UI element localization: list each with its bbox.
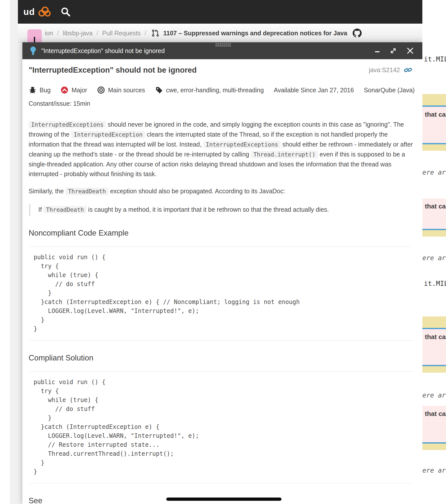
rule-meta-row: Bug Major <box>29 86 413 94</box>
rule-key: java:S2142 <box>369 66 400 74</box>
rule-tags-badge: cwe, error-handling, multi-threading <box>155 86 264 94</box>
compliant-heading: Compliant Solution <box>29 353 413 362</box>
lightbulb-icon <box>29 46 37 55</box>
noncompliant-heading: Noncompliant Code Example <box>29 229 413 238</box>
issue-tooltip-text: that ca <box>422 107 446 143</box>
home-indicator[interactable] <box>166 498 281 501</box>
breadcrumb-org[interactable]: ion <box>45 30 53 37</box>
target-icon <box>97 86 105 94</box>
breadcrumb-separator: / <box>97 30 98 37</box>
screen: ud ion / libsbp-java / Pull Requests / <box>0 0 446 504</box>
background-code-fragment: it.MILL <box>424 280 446 287</box>
compliant-code-block: public void run () { try { while (true) … <box>29 371 413 483</box>
background-comment-fragment: ere are <box>422 254 446 262</box>
issue-tooltip-fragment: that ca <box>422 316 446 373</box>
rule-severity-label: Major <box>71 87 87 94</box>
noncompliant-code-block: public void run () { try { while (true) … <box>29 247 413 341</box>
breadcrumb: ion / libsbp-java / Pull Requests / 1107… <box>18 24 422 43</box>
github-icon[interactable] <box>353 29 362 38</box>
rule-type-label: Bug <box>40 87 51 94</box>
background-comment-fragment: ere are <box>422 392 446 399</box>
app-top-bar: ud <box>18 0 422 24</box>
rule-scope-label: Main sources <box>108 87 145 94</box>
permalink-icon[interactable] <box>404 66 412 74</box>
page-left-gutter <box>10 0 22 504</box>
rule-description-modal: "InterruptedException" should not be ign… <box>22 42 422 504</box>
project-avatar[interactable] <box>27 29 42 43</box>
description-paragraph: InterruptedExceptions should never be ig… <box>29 120 413 179</box>
breadcrumb-separator: / <box>145 30 146 37</box>
drag-handle[interactable] <box>216 43 232 47</box>
sonarcloud-logo-icon <box>37 6 52 18</box>
minimize-icon[interactable] <box>374 48 381 54</box>
javadoc-quote: If ThreadDeath is caught by a method, it… <box>29 204 399 216</box>
issue-tooltip-fragment: that ca <box>422 199 446 237</box>
rule-effort: Constant/issue: 15min <box>29 100 413 107</box>
close-icon[interactable] <box>406 47 414 55</box>
bug-icon <box>29 86 37 94</box>
breadcrumb-separator: / <box>57 30 59 37</box>
pull-request-icon <box>151 29 159 37</box>
modal-body: "InterruptedException" should not be ign… <box>22 59 422 504</box>
background-comment-fragment: ere are <box>422 169 446 176</box>
rule-tags-label: cwe, error-handling, multi-threading <box>166 87 264 94</box>
rule-title: "InterruptedException" should not be ign… <box>29 66 197 75</box>
description-paragraph: Similarly, the ThreadDeath exception sho… <box>29 186 413 196</box>
search-icon[interactable] <box>60 6 71 17</box>
issue-tooltip-fragment: that ca <box>422 94 446 151</box>
breadcrumb-pull-requests[interactable]: Pull Requests <box>102 30 141 37</box>
rule-description: InterruptedExceptions should never be ig… <box>29 120 413 196</box>
issue-tooltip-fragment: that ca <box>422 406 446 450</box>
rule-type-badge: Bug <box>29 86 51 94</box>
rule-engine: SonarQube (Java) <box>364 87 415 94</box>
breadcrumb-repo[interactable]: libsbp-java <box>63 30 93 37</box>
modal-header: "InterruptedException" should not be ign… <box>22 42 422 59</box>
modal-title: "InterruptedException" should not be ign… <box>41 47 165 54</box>
severity-major-icon <box>60 86 68 94</box>
background-code-fragment: it.MILL <box>424 55 446 63</box>
issue-tooltip-text: that ca <box>422 329 446 365</box>
issue-tooltip-text: that ca <box>422 199 446 229</box>
tag-icon <box>155 86 163 94</box>
breadcrumb-pr-title[interactable]: 1107 – Suppressed warnings and deprecati… <box>163 30 347 37</box>
rule-scope-badge: Main sources <box>97 86 145 94</box>
rule-available-since: Available Since Jan 27, 2016 <box>274 87 354 94</box>
issue-tooltip-text: that ca <box>422 406 446 442</box>
brand-text-partial: ud <box>23 7 35 17</box>
background-comment-fragment: ere are <box>422 467 446 474</box>
background-page-strip: it.MILL that ca ere are that ca ere are … <box>422 0 446 504</box>
rule-severity-badge: Major <box>60 86 87 94</box>
expand-icon[interactable] <box>390 47 397 54</box>
